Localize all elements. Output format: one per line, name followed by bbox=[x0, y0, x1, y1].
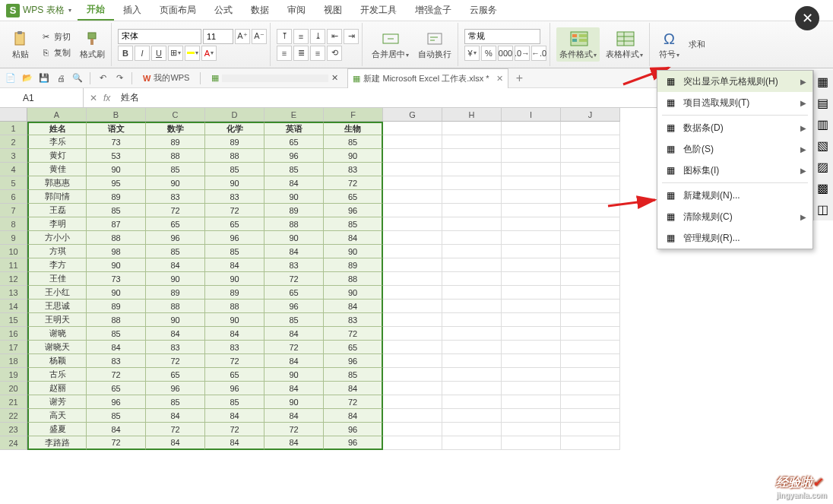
row-header-19[interactable]: 19 bbox=[0, 368, 27, 382]
paste-button[interactable]: 粘贴 bbox=[8, 27, 33, 62]
menu-tab-4[interactable]: 数据 bbox=[242, 0, 278, 21]
cell-data[interactable]: 90 bbox=[87, 163, 146, 176]
row-header-10[interactable]: 10 bbox=[0, 245, 27, 258]
cell-empty[interactable] bbox=[502, 176, 561, 190]
cell-data[interactable]: 90 bbox=[264, 190, 324, 204]
cell-data[interactable]: 杨颖 bbox=[27, 354, 87, 368]
cell-empty[interactable] bbox=[442, 122, 502, 135]
cell-data[interactable]: 65 bbox=[324, 341, 383, 354]
row-header-4[interactable]: 4 bbox=[0, 163, 27, 176]
cell-data[interactable]: 95 bbox=[87, 176, 146, 190]
cell-data[interactable]: 65 bbox=[205, 368, 264, 382]
fill-color-button[interactable]: ▾ bbox=[185, 46, 200, 61]
cell-empty[interactable] bbox=[383, 135, 442, 149]
cell-data[interactable]: 83 bbox=[205, 190, 264, 204]
cell-data[interactable]: 83 bbox=[324, 163, 383, 176]
font-name-select[interactable] bbox=[118, 29, 201, 44]
add-tab-icon[interactable]: + bbox=[513, 72, 525, 84]
cell-empty[interactable] bbox=[383, 163, 442, 176]
menu-tab-6[interactable]: 视图 bbox=[315, 0, 351, 21]
cell-header[interactable]: 英语 bbox=[264, 122, 324, 135]
cell-data[interactable]: 84 bbox=[324, 231, 383, 245]
cell-data[interactable]: 古乐 bbox=[27, 368, 87, 382]
cell-empty[interactable] bbox=[502, 423, 561, 436]
cell-empty[interactable] bbox=[442, 409, 502, 423]
cell-data[interactable]: 96 bbox=[205, 231, 264, 245]
cell-data[interactable]: 88 bbox=[87, 313, 146, 327]
cell-data[interactable]: 90 bbox=[205, 313, 264, 327]
cell-data[interactable]: 89 bbox=[324, 258, 383, 272]
cell-data[interactable]: 84 bbox=[205, 258, 264, 272]
cell-empty[interactable] bbox=[383, 368, 442, 382]
cell-data[interactable]: 90 bbox=[205, 176, 264, 190]
cell-empty[interactable] bbox=[502, 272, 561, 286]
cell-empty[interactable] bbox=[502, 163, 561, 176]
cell-data[interactable]: 85 bbox=[87, 204, 146, 217]
sum-button[interactable]: 求和 bbox=[686, 37, 708, 52]
row-header-6[interactable]: 6 bbox=[0, 190, 27, 204]
cell-empty[interactable] bbox=[383, 258, 442, 272]
cell-data[interactable]: 84 bbox=[87, 423, 146, 436]
orientation-button[interactable]: ⟲ bbox=[327, 46, 342, 61]
cell-data[interactable]: 王小红 bbox=[27, 286, 87, 300]
cell-data[interactable]: 72 bbox=[87, 436, 146, 450]
cell-empty[interactable] bbox=[502, 327, 561, 341]
align-right-button[interactable]: ≡ bbox=[310, 46, 325, 61]
table-style-button[interactable]: 表格样式▾ bbox=[603, 27, 646, 62]
cell-data[interactable]: 李路路 bbox=[27, 436, 87, 450]
cell-empty[interactable] bbox=[561, 122, 620, 135]
panel-icon-6[interactable]: ▩ bbox=[817, 181, 831, 195]
cell-empty[interactable] bbox=[561, 436, 620, 450]
cell-data[interactable]: 84 bbox=[324, 300, 383, 313]
fx-icon[interactable]: fx bbox=[103, 93, 110, 103]
cell-data[interactable]: 65 bbox=[205, 217, 264, 231]
open-icon[interactable]: 📂 bbox=[21, 72, 33, 84]
cell-empty[interactable] bbox=[442, 204, 502, 217]
col-header-F[interactable]: F bbox=[324, 108, 383, 122]
menu-item-colorscale[interactable]: ▦ 色阶(S) ▶ bbox=[657, 138, 812, 160]
cell-empty[interactable] bbox=[502, 204, 561, 217]
print-icon[interactable]: 🖨 bbox=[55, 72, 67, 84]
border-button[interactable]: ⊞▾ bbox=[168, 46, 183, 61]
cell-empty[interactable] bbox=[502, 217, 561, 231]
cell-data[interactable]: 84 bbox=[205, 409, 264, 423]
cell-data[interactable]: 90 bbox=[146, 313, 205, 327]
row-header-20[interactable]: 20 bbox=[0, 382, 27, 395]
cell-empty[interactable] bbox=[442, 382, 502, 395]
cell-empty[interactable] bbox=[383, 286, 442, 300]
cell-data[interactable]: 90 bbox=[87, 258, 146, 272]
cell-data[interactable]: 王佳 bbox=[27, 272, 87, 286]
cell-empty[interactable] bbox=[502, 382, 561, 395]
menu-tab-2[interactable]: 页面布局 bbox=[150, 0, 205, 21]
align-center-button[interactable]: ≣ bbox=[293, 46, 309, 61]
cell-empty[interactable] bbox=[442, 149, 502, 163]
cell-data[interactable]: 90 bbox=[264, 368, 324, 382]
row-header-9[interactable]: 9 bbox=[0, 231, 27, 245]
cell-empty[interactable] bbox=[561, 368, 620, 382]
cell-data[interactable]: 85 bbox=[264, 163, 324, 176]
row-header-13[interactable]: 13 bbox=[0, 286, 27, 300]
indent-right-button[interactable]: ⇥ bbox=[344, 29, 359, 44]
cell-empty[interactable] bbox=[561, 327, 620, 341]
inc-decimal-button[interactable]: .0→ bbox=[515, 46, 530, 61]
menu-item-iconset[interactable]: ▦ 图标集(I) ▶ bbox=[657, 160, 812, 181]
cell-data[interactable]: 96 bbox=[324, 354, 383, 368]
cell-data[interactable]: 72 bbox=[264, 423, 324, 436]
cell-empty[interactable] bbox=[442, 163, 502, 176]
panel-icon-5[interactable]: ▨ bbox=[817, 160, 831, 173]
cell-empty[interactable] bbox=[502, 245, 561, 258]
font-size-select[interactable] bbox=[203, 29, 233, 44]
cell-header[interactable]: 数学 bbox=[146, 122, 205, 135]
cell-data[interactable]: 96 bbox=[324, 436, 383, 450]
cell-data[interactable]: 89 bbox=[205, 286, 264, 300]
cell-empty[interactable] bbox=[561, 217, 620, 231]
cell-empty[interactable] bbox=[561, 300, 620, 313]
cell-data[interactable]: 王思诚 bbox=[27, 300, 87, 313]
align-top-button[interactable]: ⤒ bbox=[277, 29, 292, 44]
cell-header[interactable]: 化学 bbox=[205, 122, 264, 135]
cell-data[interactable]: 王明天 bbox=[27, 313, 87, 327]
panel-icon-7[interactable]: ◫ bbox=[817, 202, 831, 216]
menu-item-clear[interactable]: ▦ 清除规则(C) ▶ bbox=[657, 206, 812, 227]
decrease-font-button[interactable]: A⁻ bbox=[252, 29, 267, 44]
cell-data[interactable]: 84 bbox=[264, 436, 324, 450]
